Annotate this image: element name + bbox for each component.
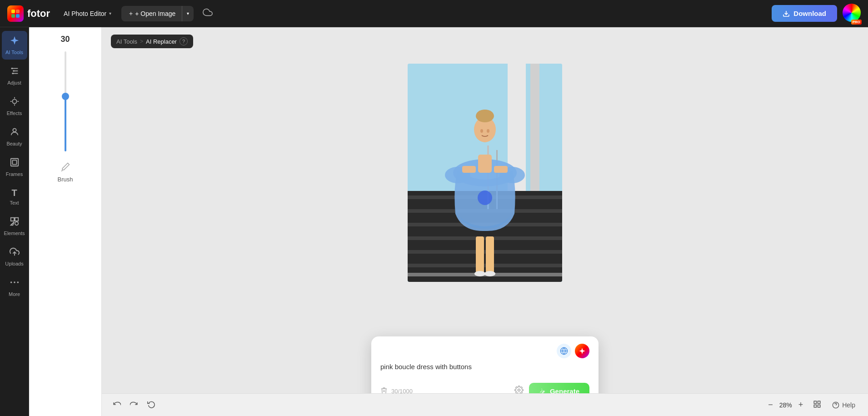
logo-area: fotor (7, 5, 50, 22)
sidebar-item-effects[interactable]: Effects (2, 92, 27, 120)
svg-marker-21 (10, 222, 14, 225)
breadcrumb-separator: > (140, 38, 143, 45)
svg-point-16 (13, 129, 16, 132)
sidebar-item-adjust-label: Adjust (7, 80, 21, 85)
svg-rect-61 (814, 405, 816, 407)
download-icon (783, 10, 790, 17)
sidebar-item-more[interactable]: More (2, 273, 27, 301)
brush-slider-fill (65, 96, 66, 151)
logo-text: fotor (27, 8, 50, 20)
svg-point-10 (12, 73, 14, 75)
uploads-icon (10, 247, 20, 259)
svg-point-55 (487, 129, 489, 133)
svg-rect-18 (12, 160, 16, 164)
svg-rect-59 (814, 401, 816, 403)
svg-rect-34 (408, 236, 562, 240)
svg-rect-19 (10, 218, 14, 221)
svg-point-22 (15, 222, 18, 225)
svg-rect-62 (818, 405, 820, 407)
main-layout: AI Tools Adjust (0, 27, 868, 416)
zoom-level-display: 28% (779, 401, 792, 409)
plus-icon: ＋ (128, 10, 134, 18)
svg-rect-17 (10, 159, 18, 166)
elements-icon (10, 216, 20, 229)
sidebar-item-frames[interactable]: Frames (2, 153, 27, 181)
svg-rect-3 (16, 14, 20, 18)
breadcrumb-help-button[interactable]: ? (180, 37, 188, 45)
cloud-save-button[interactable] (199, 4, 216, 23)
bottom-bar: − 28% + Help (102, 393, 868, 416)
svg-rect-49 (462, 166, 476, 173)
sidebar-item-ai-tools-label: AI Tools (5, 50, 23, 55)
sidebar-item-beauty-label: Beauty (6, 141, 22, 146)
topbar: fotor AI Photo Editor ▾ ＋ + Open Image ▾… (0, 0, 868, 27)
sidebar-item-beauty[interactable]: Beauty (2, 122, 27, 151)
prompt-globe-button[interactable] (557, 344, 571, 358)
reset-button[interactable] (145, 398, 157, 412)
topbar-right: Download PRO (772, 4, 861, 24)
help-label: Help (842, 401, 855, 409)
sidebar-item-uploads-label: Uploads (5, 261, 23, 266)
svg-rect-41 (486, 236, 494, 273)
photo-scene (408, 64, 562, 282)
svg-rect-0 (11, 10, 15, 13)
brush-icon[interactable] (61, 162, 70, 173)
sidebar-item-elements[interactable]: Elements (2, 212, 27, 241)
svg-rect-20 (15, 218, 18, 221)
frames-icon (10, 157, 20, 170)
sidebar-item-more-label: More (9, 291, 20, 297)
user-avatar-button[interactable] (843, 4, 861, 22)
svg-point-42 (474, 271, 485, 276)
open-image-button[interactable]: ＋ + Open Image ▾ (121, 6, 194, 21)
svg-point-52 (476, 110, 494, 122)
fit-to-screen-button[interactable] (809, 398, 825, 412)
pro-badge: PRO (851, 20, 862, 25)
image-container (408, 64, 562, 282)
prompt-input[interactable]: pink boucle dress with buttons (380, 363, 589, 381)
zoom-in-button[interactable]: + (796, 399, 806, 411)
redo-button[interactable] (128, 398, 140, 412)
prompt-icons-row (380, 344, 589, 358)
svg-point-26 (17, 281, 19, 283)
svg-point-54 (480, 129, 483, 133)
breadcrumb: AI Tools > AI Replacer ? (111, 35, 193, 48)
brush-panel: 30 Brush (29, 27, 102, 416)
svg-point-58 (518, 389, 520, 391)
ai-photo-editor-label: AI Photo Editor (64, 10, 106, 17)
svg-point-24 (14, 281, 15, 283)
zoom-out-button[interactable]: − (765, 399, 776, 411)
effects-icon (10, 96, 20, 109)
brush-slider-thumb[interactable] (62, 93, 69, 100)
help-icon (832, 401, 839, 409)
sidebar-item-adjust[interactable]: Adjust (2, 61, 27, 90)
breadcrumb-current: AI Replacer (146, 38, 177, 45)
help-button[interactable]: Help (828, 400, 859, 411)
ai-photo-editor-button[interactable]: AI Photo Editor ▾ (59, 7, 116, 20)
svg-point-25 (10, 281, 12, 283)
sidebar-item-ai-tools[interactable]: AI Tools (2, 31, 27, 60)
open-image-main[interactable]: ＋ + Open Image (121, 6, 182, 21)
svg-point-11 (12, 99, 16, 103)
left-sidebar: AI Tools Adjust (0, 27, 29, 416)
svg-rect-36 (408, 264, 562, 267)
sidebar-item-uploads[interactable]: Uploads (2, 242, 27, 271)
brush-slider-area[interactable] (65, 51, 66, 151)
ai-tools-icon (10, 35, 20, 48)
beauty-icon (10, 127, 20, 139)
open-image-dropdown-arrow[interactable]: ▾ (182, 7, 194, 20)
text-icon: T (11, 188, 17, 198)
sidebar-item-effects-label: Effects (7, 110, 22, 116)
svg-point-43 (484, 271, 495, 276)
svg-point-8 (11, 68, 13, 70)
adjust-icon (10, 66, 20, 78)
svg-rect-1 (16, 10, 20, 13)
download-button[interactable]: Download (772, 5, 837, 22)
chevron-down-icon: ▾ (109, 11, 111, 16)
sidebar-item-text-label: Text (10, 200, 19, 205)
breadcrumb-parent[interactable]: AI Tools (116, 38, 137, 45)
prompt-magic-button[interactable] (575, 344, 589, 358)
sidebar-item-text[interactable]: T Text (2, 183, 27, 210)
undo-button[interactable] (111, 398, 123, 412)
fotor-logo-icon (7, 5, 24, 22)
brush-slider-track[interactable] (65, 51, 66, 151)
